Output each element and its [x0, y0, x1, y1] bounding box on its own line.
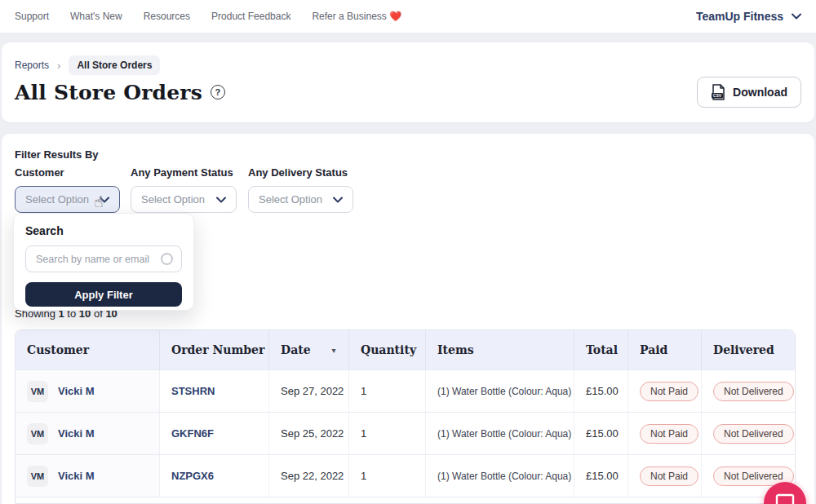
- breadcrumb-current: All Store Orders: [69, 55, 160, 75]
- date-cell: Sep 22, 2022: [269, 455, 349, 497]
- quantity-cell: 1: [349, 455, 426, 497]
- main-card: Filter Results By Customer Select Option…: [2, 134, 814, 504]
- paid-status-badge: Not Paid: [640, 382, 698, 401]
- col-header-date[interactable]: Date▾: [269, 330, 349, 369]
- order-number-cell: STSHRN: [160, 370, 269, 412]
- avatar: VM: [27, 381, 48, 402]
- download-label: Download: [733, 86, 787, 99]
- order-number-cell: GKFN6F: [160, 413, 269, 454]
- total-cell: £15.00: [574, 455, 628, 497]
- col-header-quantity[interactable]: Quantity: [349, 330, 426, 369]
- csv-file-icon: CSV: [711, 84, 725, 100]
- paid-cell: Not Paid: [628, 370, 702, 412]
- avatar: VM: [27, 466, 48, 487]
- chevron-down-icon: [216, 197, 226, 203]
- nav-link-support[interactable]: Support: [15, 11, 49, 22]
- customer-cell: VM Vicki M: [16, 455, 160, 497]
- heart-icon: ❤️: [389, 11, 401, 22]
- customer-select-value: Select Option: [25, 193, 89, 206]
- filter-label-customer: Customer: [15, 166, 120, 179]
- table-header-row: Customer Order Number Date▾ Quantity Ite…: [16, 330, 795, 369]
- customer-link[interactable]: Vicki M: [58, 427, 95, 440]
- filter-group-delivery-status: Any Delivery Status Select Option: [248, 166, 353, 213]
- customer-link[interactable]: Vicki M: [58, 385, 95, 397]
- table-row[interactable]: VM Vicki M STSHRN Sep 27, 2022 1 (1) Wat…: [16, 369, 795, 412]
- order-number-cell: NZPGX6: [160, 455, 269, 497]
- table-row-partial: [16, 497, 795, 504]
- quantity-cell: 1: [349, 370, 426, 412]
- breadcrumb-chevron-icon: ›: [57, 60, 60, 72]
- filter-label-payment-status: Any Payment Status: [131, 166, 237, 179]
- delivery-status-select-value: Select Option: [259, 193, 322, 206]
- nav-links: Support What's New Resources Product Fee…: [15, 11, 401, 22]
- filter-label-delivery-status: Any Delivery Status: [248, 166, 353, 179]
- chevron-down-icon: [792, 13, 801, 20]
- order-link[interactable]: NZPGX6: [171, 470, 214, 482]
- sort-caret-icon: ▾: [332, 346, 336, 355]
- col-header-order-number[interactable]: Order Number: [160, 330, 269, 369]
- search-input[interactable]: [36, 254, 154, 265]
- customer-cell: VM Vicki M: [16, 413, 160, 454]
- date-cell: Sep 25, 2022: [269, 413, 349, 454]
- chevron-down-icon: [100, 197, 109, 203]
- table-row[interactable]: VM Vicki M GKFN6F Sep 25, 2022 1 (1) Wat…: [16, 412, 795, 454]
- customer-link[interactable]: Vicki M: [58, 470, 95, 482]
- page-header-card: Reports › All Store Orders All Store Ord…: [2, 42, 814, 122]
- nav-link-product-feedback[interactable]: Product Feedback: [211, 11, 290, 22]
- paid-status-badge: Not Paid: [640, 466, 698, 486]
- customer-search-popover: Search Apply Filter: [13, 213, 194, 311]
- download-button[interactable]: CSV Download: [697, 77, 801, 108]
- spinner-icon: [161, 253, 173, 265]
- delivered-cell: Not Delivered: [702, 370, 796, 412]
- col-header-customer[interactable]: Customer: [16, 330, 160, 369]
- delivery-status-select[interactable]: Select Option: [248, 186, 353, 213]
- nav-link-resources[interactable]: Resources: [144, 11, 190, 22]
- nav-link-refer-a-business[interactable]: Refer a Business ❤️: [312, 11, 401, 22]
- filter-group-customer: Customer Select Option: [15, 166, 120, 213]
- col-header-delivered[interactable]: Delivered: [702, 330, 796, 369]
- col-header-paid[interactable]: Paid: [628, 330, 702, 369]
- apply-filter-button[interactable]: Apply Filter: [25, 282, 182, 307]
- nav-link-whats-new[interactable]: What's New: [70, 11, 122, 22]
- delivered-status-badge: Not Delivered: [713, 424, 794, 444]
- payment-status-select-value: Select Option: [141, 193, 205, 206]
- date-cell: Sep 27, 2022: [269, 370, 349, 412]
- customer-cell: VM Vicki M: [16, 370, 160, 412]
- quantity-cell: 1: [349, 413, 426, 454]
- svg-text:CSV: CSV: [713, 93, 722, 98]
- popover-title: Search: [25, 224, 182, 237]
- paid-cell: Not Paid: [628, 455, 702, 497]
- orders-table: Customer Order Number Date▾ Quantity Ite…: [15, 329, 796, 504]
- customer-select[interactable]: Select Option: [15, 186, 120, 213]
- chevron-down-icon: [333, 197, 343, 203]
- delivered-cell: Not Delivered: [702, 413, 796, 454]
- page: Support What's New Resources Product Fee…: [0, 0, 816, 504]
- filter-group-payment-status: Any Payment Status Select Option: [131, 166, 237, 213]
- order-link[interactable]: STSHRN: [171, 385, 215, 397]
- avatar: VM: [27, 423, 48, 444]
- page-title: All Store Orders: [15, 81, 202, 104]
- breadcrumb: Reports › All Store Orders: [15, 55, 160, 75]
- chat-bubble-icon: [775, 492, 795, 504]
- order-link[interactable]: GKFN6F: [171, 427, 214, 440]
- items-cell: (1) Water Bottle (Colour: Aqua): [426, 413, 574, 454]
- col-header-items[interactable]: Items: [426, 330, 574, 369]
- help-icon[interactable]: ?: [211, 85, 225, 99]
- items-cell: (1) Water Bottle (Colour: Aqua): [426, 370, 574, 412]
- search-box: [25, 245, 182, 272]
- filter-section-title: Filter Results By: [15, 148, 99, 161]
- table-row[interactable]: VM Vicki M NZPGX6 Sep 22, 2022 1 (1) Wat…: [16, 454, 795, 497]
- paid-status-badge: Not Paid: [640, 424, 698, 444]
- breadcrumb-reports[interactable]: Reports: [15, 60, 49, 71]
- total-cell: £15.00: [574, 370, 628, 412]
- total-cell: £15.00: [574, 413, 628, 454]
- delivered-status-badge: Not Delivered: [713, 382, 794, 401]
- items-cell: (1) Water Bottle (Colour: Aqua): [426, 455, 574, 497]
- account-name: TeamUp Fitness: [696, 10, 783, 23]
- title-row: All Store Orders ? CSV Download: [15, 77, 801, 108]
- col-header-total[interactable]: Total: [574, 330, 628, 369]
- payment-status-select[interactable]: Select Option: [131, 186, 237, 213]
- account-menu[interactable]: TeamUp Fitness: [696, 10, 801, 23]
- top-nav: Support What's New Resources Product Fee…: [0, 0, 816, 33]
- paid-cell: Not Paid: [628, 413, 702, 454]
